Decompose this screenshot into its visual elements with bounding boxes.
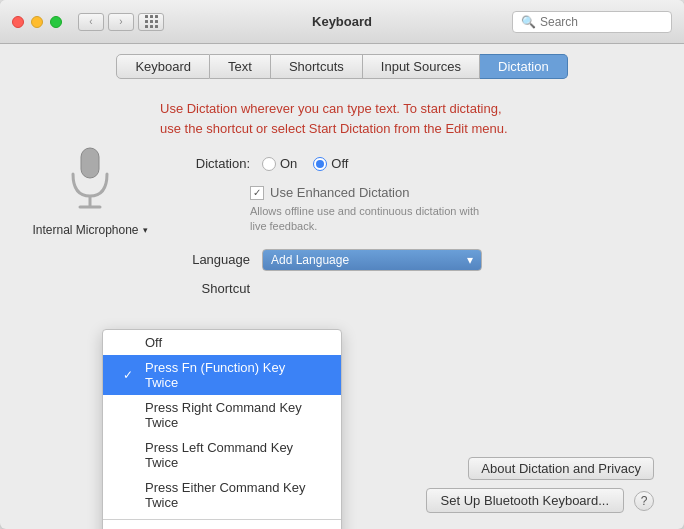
nav-buttons: ‹ › bbox=[78, 13, 134, 31]
radio-off-circle bbox=[313, 157, 327, 171]
microphone-icon bbox=[65, 144, 115, 214]
tab-keyboard[interactable]: Keyboard bbox=[116, 54, 210, 79]
help-button[interactable]: ? bbox=[634, 491, 654, 511]
microphone-label: Internal Microphone bbox=[32, 223, 138, 237]
search-icon: 🔍 bbox=[521, 15, 536, 29]
tab-dictation[interactable]: Dictation bbox=[480, 54, 568, 79]
search-input[interactable] bbox=[540, 15, 663, 29]
close-button[interactable] bbox=[12, 16, 24, 28]
settings-section: Dictation: On Off ✓ bbox=[160, 156, 654, 296]
svg-rect-0 bbox=[81, 148, 99, 178]
shortcut-dropdown-menu[interactable]: Off ✓ Press Fn (Function) Key Twice Pres… bbox=[102, 329, 342, 529]
enhanced-label: Use Enhanced Dictation bbox=[270, 185, 409, 200]
maximize-button[interactable] bbox=[50, 16, 62, 28]
main-window: ‹ › Keyboard 🔍 Keyboard Text Shortcuts I… bbox=[0, 0, 684, 529]
microphone-section: Internal Microphone ▾ bbox=[30, 139, 150, 237]
microphone-chevron-icon: ▾ bbox=[143, 225, 148, 235]
dropdown-item-off[interactable]: Off bbox=[103, 330, 341, 355]
dropdown-item-left-cmd[interactable]: Press Left Command Key Twice bbox=[103, 435, 341, 475]
radio-off[interactable]: Off bbox=[313, 156, 348, 171]
radio-on[interactable]: On bbox=[262, 156, 297, 171]
language-row: Language Add Language ▾ bbox=[160, 249, 654, 271]
dropdown-item-fn-twice[interactable]: ✓ Press Fn (Function) Key Twice bbox=[103, 355, 341, 395]
grid-button[interactable] bbox=[138, 13, 164, 31]
dropdown-item-either-cmd[interactable]: Press Either Command Key Twice bbox=[103, 475, 341, 515]
microphone-icon-wrapper bbox=[55, 139, 125, 219]
dropdown-separator bbox=[103, 519, 341, 520]
tab-shortcuts[interactable]: Shortcuts bbox=[271, 54, 363, 79]
window-title: Keyboard bbox=[312, 14, 372, 29]
search-box[interactable]: 🔍 bbox=[512, 11, 672, 33]
about-button[interactable]: About Dictation and Privacy bbox=[468, 457, 654, 480]
titlebar: ‹ › Keyboard 🔍 bbox=[0, 0, 684, 44]
back-button[interactable]: ‹ bbox=[78, 13, 104, 31]
radio-on-circle bbox=[262, 157, 276, 171]
minimize-button[interactable] bbox=[31, 16, 43, 28]
enhanced-helper-text: Allows offline use and continuous dictat… bbox=[250, 204, 654, 235]
info-text: Use Dictation wherever you can type text… bbox=[160, 99, 654, 138]
radio-group: On Off bbox=[262, 156, 348, 171]
dropdown-item-customize[interactable]: Customize... bbox=[103, 524, 341, 529]
bottom-row: Set Up Bluetooth Keyboard... ? bbox=[426, 488, 654, 513]
language-label: Language bbox=[160, 252, 250, 267]
enhanced-checkbox[interactable]: ✓ Use Enhanced Dictation bbox=[250, 185, 409, 200]
enhanced-checkbox-box: ✓ bbox=[250, 186, 264, 200]
tabs-bar: Keyboard Text Shortcuts Input Sources Di… bbox=[0, 44, 684, 79]
shortcut-row: Shortcut bbox=[160, 281, 654, 296]
tab-text[interactable]: Text bbox=[210, 54, 271, 79]
traffic-lights bbox=[12, 16, 62, 28]
dictation-label: Dictation: bbox=[160, 156, 250, 171]
radio-off-dot bbox=[316, 160, 324, 168]
content-area: Internal Microphone ▾ Use Dictation wher… bbox=[0, 79, 684, 447]
tab-input-sources[interactable]: Input Sources bbox=[363, 54, 480, 79]
fn-check: ✓ bbox=[123, 368, 137, 382]
microphone-dropdown[interactable]: Internal Microphone ▾ bbox=[32, 223, 147, 237]
dictation-toggle-row: Dictation: On Off bbox=[160, 156, 654, 171]
forward-button[interactable]: › bbox=[108, 13, 134, 31]
dropdown-item-right-cmd[interactable]: Press Right Command Key Twice bbox=[103, 395, 341, 435]
enhanced-dictation-row: ✓ Use Enhanced Dictation bbox=[250, 185, 654, 200]
setup-bluetooth-button[interactable]: Set Up Bluetooth Keyboard... bbox=[426, 488, 624, 513]
language-select[interactable]: Add Language ▾ bbox=[262, 249, 482, 271]
shortcut-label: Shortcut bbox=[160, 281, 250, 296]
